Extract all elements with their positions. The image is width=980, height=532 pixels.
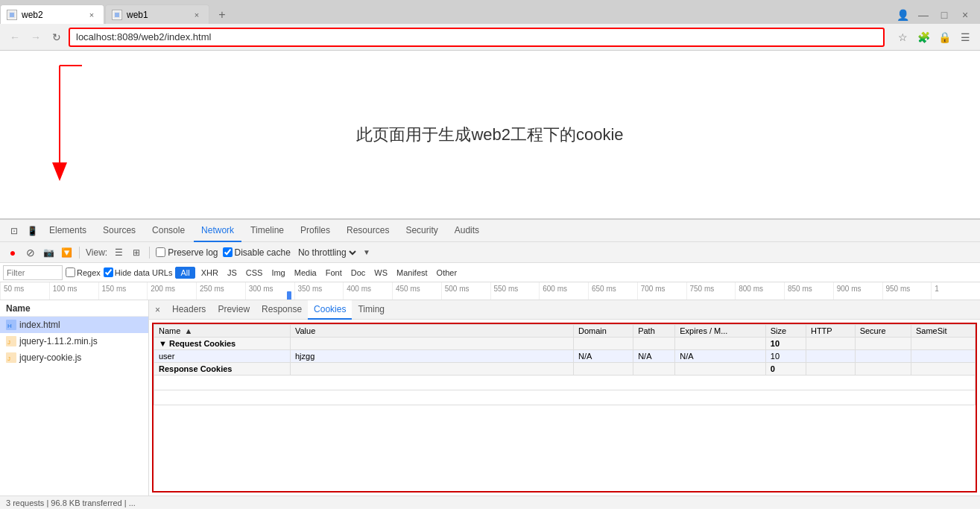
timeline-mark-500: 500 ms <box>441 282 490 300</box>
cookies-tab-preview[interactable]: Preview <box>212 300 256 320</box>
file-item-index[interactable]: H index.html <box>0 317 148 333</box>
timeline-mark-950: 950 ms <box>882 282 932 300</box>
extension2-button[interactable]: 🔒 <box>935 28 953 46</box>
extension-button[interactable]: 🧩 <box>914 28 932 46</box>
file-list-header-label: Name <box>6 303 31 314</box>
filter-ws-btn[interactable]: WS <box>371 267 391 278</box>
cookie-row-user[interactable]: user hjzgg N/A N/A N/A 10 <box>154 350 976 363</box>
refresh-button[interactable]: ↻ <box>48 28 66 46</box>
response-cookies-size: 0 <box>765 363 806 376</box>
filter-font-btn[interactable]: Font <box>323 267 345 278</box>
grid-view-btn[interactable]: ⊞ <box>130 246 143 259</box>
col-http: HTTP <box>806 325 855 338</box>
list-view-btn[interactable]: ☰ <box>112 246 125 259</box>
file-item-jquery[interactable]: J jquery-1.11.2.min.js <box>0 333 148 349</box>
cookies-tab-preview-label: Preview <box>218 304 250 314</box>
toolbar-sep1 <box>79 247 80 259</box>
user-icon[interactable]: 👤 <box>894 6 911 24</box>
svg-rect-1 <box>10 13 14 17</box>
file-list: Name H index.html J jquery-1.11.2.min.js… <box>0 300 149 495</box>
address-text: localhost:8089/web2/index.html <box>76 31 877 42</box>
filter-media-btn[interactable]: Media <box>291 267 320 278</box>
col-domain: Domain <box>573 325 633 338</box>
tab-resources[interactable]: Resources <box>339 220 396 242</box>
tab-sources[interactable]: Sources <box>95 220 143 242</box>
throttle-select[interactable]: No throttling <box>295 247 358 259</box>
filter-other-btn[interactable]: Other <box>434 267 461 278</box>
tab-elements[interactable]: Elements <box>42 220 94 242</box>
new-tab-button[interactable]: + <box>213 6 231 24</box>
back-button[interactable]: ← <box>6 28 24 46</box>
tab-console[interactable]: Console <box>145 220 192 242</box>
tab-web1[interactable]: web1 × <box>105 4 209 24</box>
tab-web2[interactable]: web2 × <box>0 4 104 24</box>
page-main-text: 此页面用于生成web2工程下的cookie <box>356 124 623 146</box>
cookies-tab-cookies[interactable]: Cookies <box>308 300 352 320</box>
browser-chrome: web2 × web1 × + 👤 — □ × ← → ↻ localhost:… <box>0 0 980 51</box>
devtools-main: Name H index.html J jquery-1.11.2.min.js… <box>0 300 980 495</box>
tab-close-web1[interactable]: × <box>191 9 203 21</box>
cookies-tab-headers[interactable]: Headers <box>166 300 212 320</box>
file-icon-html: H <box>6 320 16 330</box>
tab-audits[interactable]: Audits <box>447 220 487 242</box>
filter-css-btn[interactable]: CSS <box>243 267 266 278</box>
stop-button[interactable]: ⊘ <box>24 246 37 259</box>
timeline-mark-1: 1 <box>931 282 980 300</box>
file-name-cookie: jquery-cookie.js <box>19 352 81 363</box>
filter-js-btn[interactable]: JS <box>224 267 240 278</box>
timeline-mark-650: 650 ms <box>588 282 637 300</box>
col-path: Path <box>633 325 675 338</box>
camera-button[interactable]: 📷 <box>42 246 55 259</box>
timeline-mark-100: 100 ms <box>49 282 98 300</box>
devtools-device-icon[interactable]: 📱 <box>24 223 40 239</box>
tab-network[interactable]: Network <box>194 220 241 242</box>
filter-manifest-btn[interactable]: Manifest <box>393 267 431 278</box>
maximize-btn[interactable]: □ <box>935 6 953 24</box>
hide-data-urls-checkbox[interactable]: Hide data URLs <box>104 267 173 277</box>
cookies-tab-timing[interactable]: Timing <box>352 300 391 320</box>
filter-all-btn[interactable]: All <box>175 267 195 279</box>
cookie-expires-user: N/A <box>675 350 766 363</box>
timeline-mark-150: 150 ms <box>98 282 148 300</box>
close-btn[interactable]: × <box>956 6 974 24</box>
tab-security[interactable]: Security <box>398 220 445 242</box>
timeline-mark-200: 200 ms <box>147 282 196 300</box>
minimize-btn[interactable]: — <box>914 6 932 24</box>
filter-xhr-btn[interactable]: XHR <box>198 267 221 278</box>
timeline-mark-600: 600 ms <box>539 282 588 300</box>
menu-button[interactable]: ☰ <box>956 28 974 46</box>
tab-close-web2[interactable]: × <box>86 9 98 21</box>
col-samesite: SameSit <box>911 325 976 338</box>
tab-sources-label: Sources <box>103 225 136 235</box>
tab-timeline[interactable]: Timeline <box>243 220 291 242</box>
regex-checkbox[interactable]: Regex <box>66 267 101 277</box>
file-name-index: index.html <box>19 320 60 330</box>
svg-marker-5 <box>52 162 67 181</box>
preserve-log-checkbox[interactable]: Preserve log <box>156 247 218 258</box>
filter-icon[interactable]: 🔽 <box>60 246 73 259</box>
filter-img-btn[interactable]: Img <box>268 267 288 278</box>
cookies-tabs-bar: × Headers Preview Response Cookies Timin… <box>149 300 980 320</box>
cookies-table: Name ▲ Value Domain Path Expires / M... … <box>154 324 976 405</box>
devtools-inspect-icon[interactable]: ⊡ <box>6 223 22 239</box>
bookmark-button[interactable]: ☆ <box>894 28 911 46</box>
disable-cache-checkbox[interactable]: Disable cache <box>223 247 291 258</box>
devtools-status-text: 3 requests | 96.8 KB transferred | ... <box>6 498 136 507</box>
cookies-tab-response-label: Response <box>262 304 302 314</box>
record-button[interactable]: ● <box>6 246 19 259</box>
throttle-arrow: ▼ <box>363 248 370 256</box>
cookies-table-container: Name ▲ Value Domain Path Expires / M... … <box>152 323 977 493</box>
cookies-tab-response[interactable]: Response <box>256 300 308 320</box>
filter-input[interactable] <box>3 265 63 280</box>
cookies-close-btn[interactable]: × <box>155 305 160 315</box>
cookies-tab-cookies-label: Cookies <box>314 304 346 314</box>
devtools: ⊡ 📱 Elements Sources Console Network Tim… <box>0 218 980 509</box>
address-bar[interactable]: localhost:8089/web2/index.html <box>69 28 885 47</box>
file-item-cookie[interactable]: J jquery-cookie.js <box>0 349 148 366</box>
col-expires: Expires / M... <box>675 325 766 338</box>
svg-text:H: H <box>7 323 12 329</box>
empty-row-2 <box>154 390 976 405</box>
filter-doc-btn[interactable]: Doc <box>348 267 369 278</box>
tab-profiles[interactable]: Profiles <box>293 220 338 242</box>
forward-button[interactable]: → <box>27 28 45 46</box>
